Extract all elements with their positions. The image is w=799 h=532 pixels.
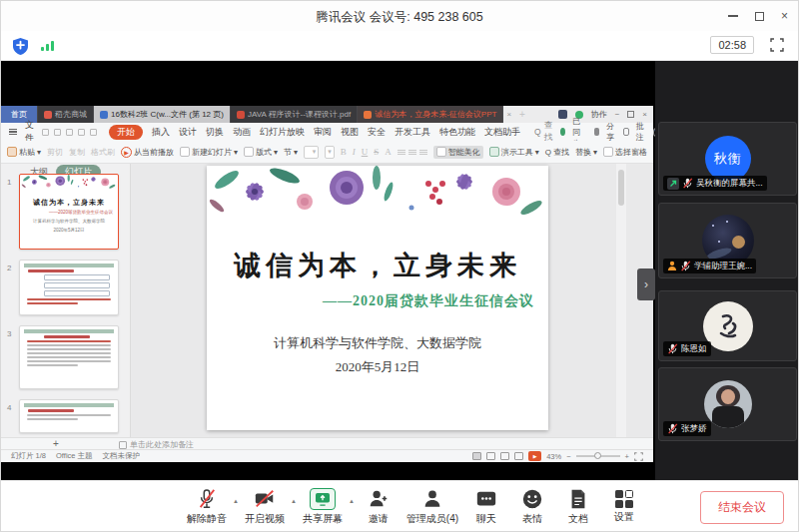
network-signal-icon[interactable] [41,41,54,51]
manage-members-button[interactable]: 管理成员(4) [406,488,458,526]
thumb-title: 诚信为本，立身未来 [20,198,118,208]
slide-thumbnail-2[interactable] [19,260,119,315]
new-slide-icon [180,147,190,157]
deco-bar [24,329,114,333]
ribbon-tab-dev[interactable]: 开发工具 [395,126,430,139]
video-options-caret[interactable]: ▲ [291,498,297,504]
format-painter-button[interactable]: 格式刷 [91,147,115,158]
comment-label[interactable]: 批注 [636,121,646,143]
view-normal-icon[interactable] [472,452,481,460]
font-name-select[interactable]: ▾ [304,146,319,159]
align-left-icon[interactable] [398,150,405,155]
cut-button[interactable]: 剪切 [47,147,63,158]
beautify-button[interactable]: 智能美化 [433,146,483,159]
current-slide[interactable]: 诚信为本，立身未来 ——2020届贷款毕业生征信会议 计算机科学与软件学院、大数… [207,166,548,430]
ribbon-tab-home[interactable]: 开始 [109,125,143,140]
chat-button[interactable]: 聊天 [468,488,504,526]
share-screen-button[interactable]: 共享屏幕 [303,488,343,526]
participant-tile[interactable]: 陈恩如 [658,290,797,361]
view-sorter-icon[interactable] [486,452,495,460]
ribbon-tab-view[interactable]: 视图 [341,126,359,139]
layout-button[interactable]: 版式▾ [244,147,278,158]
emoji-button[interactable]: 表情 [514,488,550,526]
close-button[interactable]: × [781,10,788,22]
share-label[interactable]: 分享 [606,121,616,143]
ribbon-tab-features[interactable]: 特色功能 [439,126,475,139]
info-bar: 02:58 [1,31,798,61]
ribbon-tab-insert[interactable]: 插入 [152,126,170,139]
strike-button[interactable]: S [374,147,379,157]
docs-button[interactable]: 文档 [560,488,596,526]
wps-tab-ppt-active[interactable]: 诚信为本，立身未来-征信会议PPT [358,106,503,123]
fit-screen-icon[interactable] [634,452,643,461]
view-notes-icon[interactable] [514,452,523,460]
slide-thumbnail-4[interactable] [19,399,119,433]
italic-button[interactable]: I [353,147,356,157]
ribbon-tab-design[interactable]: 设计 [179,126,197,139]
copy-button[interactable]: 复制 [69,147,85,158]
meeting-timer: 02:58 [710,36,754,54]
font-size-select[interactable]: ▾ [325,146,335,159]
sidebar-collapse-handle[interactable]: › [637,268,655,300]
view-reading-icon[interactable] [500,452,509,460]
protect-status[interactable]: 文档未保护 [103,451,141,461]
play-from-current-button[interactable]: ▶从当前播放 [121,147,174,158]
ribbon-tab-review[interactable]: 审阅 [314,126,332,139]
ribbon-tab-assistant[interactable]: 文档助手 [484,126,520,139]
slide-thumbnail-1[interactable]: 诚信为本，立身未来 ——2020届贷款毕业生征信会议 计算机科学与软件学院、大数… [19,174,119,250]
slideshow-button[interactable]: ▶ [528,451,541,461]
minimize-button[interactable] [728,15,738,17]
zoom-level[interactable]: 43% [546,452,561,461]
fullscreen-icon[interactable] [770,38,784,56]
select-pane-button[interactable]: 选择窗格 [603,147,647,158]
new-slide-button[interactable]: 新建幻灯片▾ [180,147,238,158]
slide-thumbnail-3[interactable] [19,325,119,389]
section-button[interactable]: 节▾ [284,147,298,158]
mic-options-caret[interactable]: ▲ [233,498,239,504]
font-color-button[interactable]: A [385,147,392,157]
select-pane-icon [603,147,613,157]
hamburger-icon[interactable] [9,129,17,136]
ribbon-tab-security[interactable]: 安全 [368,126,386,139]
vertical-scrollbar[interactable] [616,164,626,437]
settings-icon [615,490,633,508]
replace-button[interactable]: 替换▾ [575,147,597,158]
find-button[interactable]: Q查找 [545,147,569,158]
wps-tab-doc[interactable]: 16数科2班 C(w...文件 (第 12 页) [94,106,231,123]
status-right: ▶ 43% − + [472,451,643,461]
participant-tile[interactable]: 学辅助理王婉... [658,203,797,278]
participant-tile[interactable]: 秋衡 吴秋衡的屏幕共... [658,122,797,196]
settings-button[interactable]: 设置 [606,490,642,524]
play-icon: ▶ [121,147,132,158]
participant-name: 吴秋衡的屏幕共... [696,178,763,190]
wps-tab-pdf[interactable]: JAVA 程序设计--课程设计.pdf [231,106,358,123]
share-options-caret[interactable]: ▲ [349,498,355,504]
start-video-button[interactable]: 开启视频 [245,488,285,526]
zoom-out-button[interactable]: − [566,452,570,461]
align-right-icon[interactable] [419,150,427,155]
zoom-slider[interactable] [576,455,620,457]
new-tab-button[interactable]: + [514,109,530,120]
align-center-icon[interactable] [408,150,416,155]
underline-button[interactable]: U [362,147,369,157]
bold-button[interactable]: B [341,147,347,157]
quick-access-toolbar[interactable] [42,129,97,136]
participant-tile[interactable]: 张梦娇 [658,367,797,441]
wps-tab-store[interactable]: 稻壳商城 [38,106,94,123]
security-shield-icon[interactable] [13,38,28,59]
end-meeting-button[interactable]: 结束会议 [700,491,784,524]
zoom-slider-knob[interactable] [594,452,601,459]
invite-button[interactable]: 邀请 [361,488,397,526]
unmute-button[interactable]: 解除静音 [187,488,227,526]
zoom-in-button[interactable]: + [625,452,629,461]
presentation-tools-button[interactable]: 演示工具▾ [489,147,539,158]
paste-button[interactable]: 粘贴▾ [7,147,41,158]
wps-tab-bar: 首页 稻壳商城 16数科2班 C(w...文件 (第 12 页) JAVA 程序… [1,106,653,123]
ribbon-tab-slideshow[interactable]: 幻灯片放映 [260,126,305,139]
scrollbar-thumb[interactable] [618,170,624,206]
ribbon-tab-transition[interactable]: 切换 [206,126,224,139]
tab-close-icon[interactable]: × [503,110,514,119]
maximize-button[interactable] [755,12,764,21]
ribbon-tab-animation[interactable]: 动画 [233,126,251,139]
signal-bar [51,41,54,51]
